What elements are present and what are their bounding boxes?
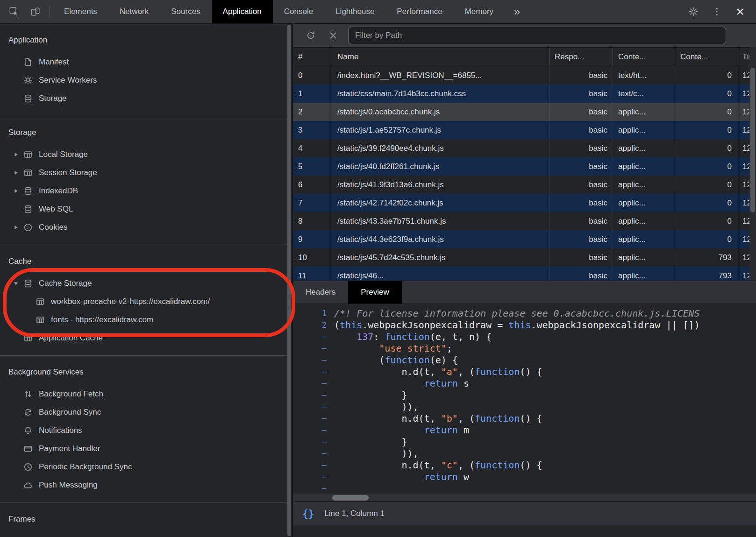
clear-icon[interactable]: [326, 28, 341, 43]
table-cell: basic: [549, 194, 613, 212]
table-cell: 0: [675, 230, 737, 248]
sidebar-item-label: Storage: [39, 94, 67, 103]
sidebar-item-storage[interactable]: Storage: [0, 89, 286, 107]
table-cell: basic: [549, 267, 613, 281]
table-row[interactable]: 2/static/js/0.acabcbcc.chunk.jsbasicappl…: [293, 103, 756, 121]
line-number: –: [293, 413, 334, 424]
filter-by-path-input[interactable]: [348, 27, 726, 44]
sidebar-item-background-fetch[interactable]: Background Fetch: [0, 385, 286, 403]
bottom-filler: [293, 525, 756, 537]
sidebar-item-indexeddb[interactable]: IndexedDB: [0, 182, 286, 200]
refresh-icon[interactable]: [303, 28, 318, 43]
table-cell: 0: [675, 212, 737, 230]
table-row[interactable]: 9/static/js/44.3e623f9a.chunk.jsbasicapp…: [293, 230, 756, 248]
sidebar-section-background-services: Background ServicesBackground FetchBackg…: [0, 356, 286, 503]
column-header-respo[interactable]: Respo...: [549, 48, 613, 66]
sidebar-item-label: fonts - https://excalidraw.com: [51, 315, 153, 325]
sidebar-item-push-messaging[interactable]: Push Messaging: [0, 476, 286, 494]
table-row[interactable]: 1/static/css/main.7d14b3cc.chunk.cssbasi…: [293, 85, 756, 103]
sidebar-item-manifest[interactable]: Manifest: [0, 53, 286, 71]
sidebar-item-workbox-precache-v2-https-excalidraw-com[interactable]: workbox-precache-v2-https://excalidraw.c…: [0, 292, 286, 311]
table-icon: [23, 168, 33, 177]
code-line: – n.d(t, "a", (function() {: [293, 366, 756, 378]
tab-sources[interactable]: Sources: [160, 0, 211, 23]
inspect-icon[interactable]: [7, 4, 21, 19]
sidebar-item-background-sync[interactable]: Background Sync: [0, 403, 286, 421]
tab-elements[interactable]: Elements: [53, 0, 108, 23]
sidebar-item-session-storage[interactable]: Session Storage: [0, 163, 286, 182]
sidebar-item-label: Web SQL: [39, 205, 73, 214]
column-header-name[interactable]: Name: [332, 48, 549, 66]
sidebar-section-title: Background Services: [0, 363, 286, 381]
sidebar-item-payment-handler[interactable]: Payment Handler: [0, 439, 286, 458]
table-row[interactable]: 0/index.html?__WB_REVISION__=6855...basi…: [293, 66, 756, 85]
table-cell: 0: [675, 85, 737, 103]
close-icon[interactable]: ×: [733, 4, 748, 19]
table-row[interactable]: 6/static/js/41.9f3d13a6.chunk.jsbasicapp…: [293, 176, 756, 194]
grid-scrollbar-thumb[interactable]: [750, 68, 755, 212]
table-row[interactable]: 3/static/js/1.ae52757c.chunk.jsbasicappl…: [293, 121, 756, 139]
settings-gear-icon[interactable]: [686, 4, 701, 19]
table-cell: applic...: [613, 103, 675, 121]
tab-performance[interactable]: Performance: [385, 0, 453, 23]
column-header-conte[interactable]: Conte...: [613, 48, 675, 66]
table-cell: /static/js/40.fd2ff261.chunk.js: [332, 157, 549, 176]
sidebar-item-fonts-https-excalidraw-com[interactable]: fonts - https://excalidraw.com: [0, 311, 286, 329]
table-cell: applic...: [613, 194, 675, 212]
preview-tab-headers[interactable]: Headers: [293, 281, 348, 304]
table-row[interactable]: 4/static/js/39.f2490ee4.chunk.jsbasicapp…: [293, 139, 756, 157]
triangle-right-icon[interactable]: [13, 188, 20, 194]
table-cell: 0: [675, 194, 737, 212]
table-row[interactable]: 11/static/js/46...basicapplic...79312/15…: [293, 267, 756, 281]
tab-lighthouse[interactable]: Lighthouse: [324, 0, 385, 23]
code-horizontal-scrollbar[interactable]: [293, 494, 756, 502]
table-row[interactable]: 8/static/js/43.3ae7b751.chunk.jsbasicapp…: [293, 212, 756, 230]
sidebar-item-service-workers[interactable]: Service Workers: [0, 71, 286, 89]
preview-tab-preview[interactable]: Preview: [348, 281, 401, 304]
column-header-conte[interactable]: Conte...: [675, 48, 737, 66]
table-row[interactable]: 10/static/js/45.7d24c535.chunk.jsbasicap…: [293, 248, 756, 267]
table-cell: basic: [549, 103, 613, 121]
kebab-menu-icon[interactable]: [709, 4, 724, 19]
triangle-down-icon[interactable]: [13, 280, 20, 287]
tab-application[interactable]: Application: [212, 0, 273, 23]
table-cell: 793: [675, 267, 737, 281]
table-cell: 0: [675, 176, 737, 194]
sidebar-item-notifications[interactable]: Notifications: [0, 421, 286, 439]
table-cell: 1: [293, 85, 332, 103]
table-row[interactable]: 7/static/js/42.7142f02c.chunk.jsbasicapp…: [293, 194, 756, 212]
table-cell: applic...: [613, 176, 675, 194]
code-text: n.d(t, "b", (function() {: [334, 413, 542, 424]
triangle-right-icon[interactable]: [13, 170, 20, 176]
sidebar-item-local-storage[interactable]: Local Storage: [0, 145, 286, 163]
grid-vertical-scrollbar[interactable]: [749, 47, 756, 281]
table-cell: 0: [293, 66, 332, 85]
code-text: 137: function(e, t, n) {: [334, 331, 492, 343]
table-cell: 0: [675, 103, 737, 121]
triangle-right-icon[interactable]: [13, 224, 20, 231]
device-toolbar-icon[interactable]: [28, 4, 43, 19]
code-text: "use strict";: [334, 343, 452, 354]
sidebar-item-cookies[interactable]: Cookies: [0, 218, 286, 236]
triangle-right-icon[interactable]: [13, 151, 20, 158]
code-scrollbar-thumb[interactable]: [332, 495, 369, 501]
sidebar-item-web-sql[interactable]: Web SQL: [0, 200, 286, 218]
tab-network[interactable]: Network: [108, 0, 160, 23]
sidebar-item-periodic-background-sync[interactable]: Periodic Background Sync: [0, 458, 286, 476]
tab-console[interactable]: Console: [273, 0, 324, 23]
tab-memory[interactable]: Memory: [454, 0, 505, 23]
sidebar-scrollbar[interactable]: [287, 25, 291, 536]
table-cell: basic: [549, 139, 613, 157]
column-header-num[interactable]: #: [293, 48, 332, 66]
sidebar-item-cache-storage[interactable]: Cache Storage: [0, 274, 286, 292]
table-cell: 2: [293, 103, 332, 121]
more-tabs-button[interactable]: »: [505, 0, 529, 23]
file-icon: [23, 57, 33, 67]
table-icon: [36, 315, 45, 325]
sidebar-item-label: Notifications: [39, 426, 82, 435]
sidebar-section-cache: CacheCache Storageworkbox-precache-v2-ht…: [0, 245, 286, 356]
table-row[interactable]: 5/static/js/40.fd2ff261.chunk.jsbasicapp…: [293, 157, 756, 176]
line-number: –: [293, 471, 334, 483]
sidebar-item-application-cache[interactable]: Application Cache: [0, 329, 286, 347]
pretty-print-icon[interactable]: {}: [302, 508, 314, 519]
